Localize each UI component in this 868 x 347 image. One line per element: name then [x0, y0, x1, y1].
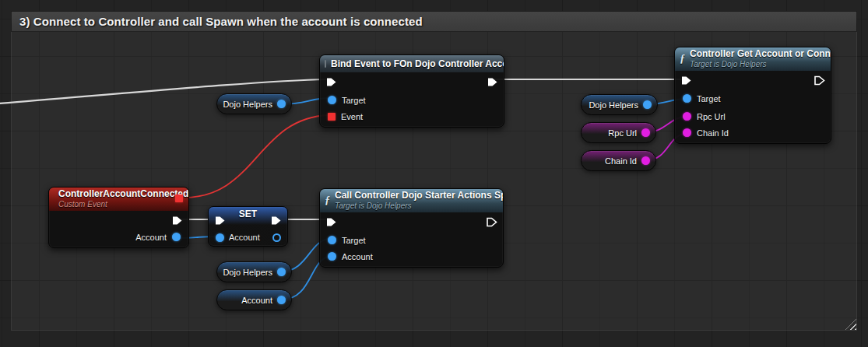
exec-in-pin[interactable] — [680, 75, 692, 86]
node-get-account-or-connect[interactable]: ƒ Controller Get Account or Connect Targ… — [674, 47, 831, 144]
pill-label: Dojo Helpers — [223, 100, 272, 109]
comment-title: 3) Connect to Controller and call Spawn … — [19, 15, 423, 28]
blueprint-canvas[interactable]: 3) Connect to Controller and call Spawn … — [0, 0, 868, 347]
event-delegate-out-pin[interactable] — [175, 195, 183, 202]
exec-out-pin[interactable] — [486, 217, 497, 227]
function-icon: ƒ — [325, 195, 330, 207]
var-node-rpc-url[interactable]: Rpc Url — [581, 122, 656, 143]
exec-out-pin[interactable] — [814, 75, 825, 86]
pin-label: Target — [342, 236, 366, 245]
exec-in-pin[interactable] — [325, 217, 337, 227]
comment-header[interactable]: 3) Connect to Controller and call Spawn … — [11, 11, 857, 32]
node-subtitle: Custom Event — [58, 200, 188, 209]
node-title: ControllerAccountConnected — [58, 189, 188, 200]
pin-label: Event — [341, 112, 363, 121]
exec-out-pin[interactable] — [270, 216, 282, 226]
pin-label: Account — [135, 233, 167, 242]
var-node-dojo-helpers-1[interactable]: Dojo Helpers — [216, 93, 292, 114]
output-pin[interactable] — [277, 100, 286, 108]
node-custom-event-header: ControllerAccountConnected Custom Event — [49, 188, 188, 211]
pill-label: Dojo Helpers — [223, 268, 272, 277]
var-node-dojo-helpers-3[interactable]: Dojo Helpers — [216, 261, 292, 282]
pin-label: Target — [342, 96, 366, 105]
function-icon: ƒ — [680, 53, 685, 65]
value-out-pin[interactable] — [272, 233, 281, 242]
var-node-chain-id[interactable]: Chain Id — [581, 150, 656, 171]
node-call-spawn[interactable]: ƒ Call Controller Dojo Starter Actions S… — [319, 188, 504, 268]
pill-label: Chain Id — [605, 156, 637, 166]
account-in-pin[interactable] — [216, 233, 224, 242]
account-out-pin[interactable] — [172, 233, 181, 241]
node-get-account-header: ƒ Controller Get Account or Connect Targ… — [675, 47, 831, 71]
output-pin[interactable] — [277, 268, 286, 276]
output-pin[interactable] — [643, 100, 652, 109]
target-pin[interactable] — [328, 96, 336, 104]
custom-event-icon — [51, 197, 56, 202]
var-node-dojo-helpers-2[interactable]: Dojo Helpers — [581, 94, 658, 115]
pin-label: Account — [342, 252, 373, 261]
node-subtitle: Target is Dojo Helpers — [335, 202, 503, 211]
pill-label: Dojo Helpers — [589, 100, 638, 110]
var-node-account[interactable]: Account — [216, 289, 292, 310]
pin-label: Chain Id — [697, 128, 729, 138]
exec-in-pin[interactable] — [325, 77, 337, 87]
exec-in-pin[interactable] — [214, 216, 226, 226]
pill-label: Account — [241, 296, 272, 305]
event-delegate-pin[interactable] — [328, 113, 336, 121]
node-controller-account-connected[interactable]: ControllerAccountConnected Custom Event … — [48, 187, 189, 248]
node-bind-event-header: Bind Event to FOn Dojo Controller Accoun… — [320, 55, 504, 72]
node-title: Bind Event to FOn Dojo Controller Accoun… — [331, 58, 504, 69]
node-title: Controller Get Account or Connect — [690, 49, 831, 60]
exec-out-pin[interactable] — [171, 216, 183, 226]
output-pin[interactable] — [277, 296, 286, 304]
rpc-url-pin[interactable] — [683, 112, 691, 121]
node-set-account[interactable]: SET Account — [208, 206, 288, 247]
node-bind-event[interactable]: Bind Event to FOn Dojo Controller Accoun… — [319, 54, 504, 128]
output-pin[interactable] — [641, 128, 650, 137]
node-title: Call Controller Dojo Starter Actions Spa… — [335, 191, 503, 202]
node-subtitle: Target is Dojo Helpers — [690, 60, 831, 69]
target-pin[interactable] — [683, 94, 691, 103]
pin-label: Account — [229, 233, 260, 242]
pin-label: Rpc Url — [697, 112, 726, 121]
output-pin[interactable] — [641, 156, 650, 165]
pill-label: Rpc Url — [608, 128, 637, 138]
bind-event-icon — [325, 60, 326, 68]
target-pin[interactable] — [328, 236, 336, 244]
exec-out-pin[interactable] — [487, 77, 498, 87]
pin-label: Target — [697, 94, 721, 103]
node-spawn-header: ƒ Call Controller Dojo Starter Actions S… — [320, 189, 503, 212]
account-pin[interactable] — [328, 252, 336, 261]
chain-id-pin[interactable] — [683, 128, 691, 137]
